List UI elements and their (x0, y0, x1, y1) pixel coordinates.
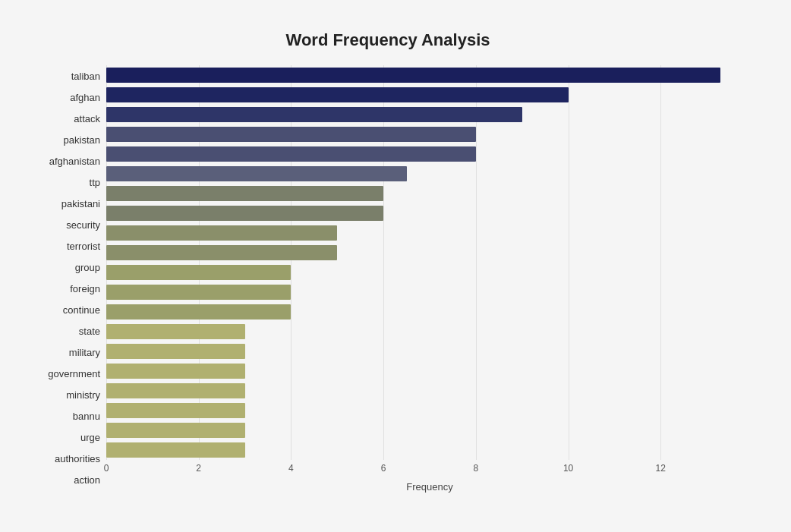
bar (106, 344, 245, 359)
y-label: government (48, 364, 100, 384)
y-label: taliban (71, 66, 100, 86)
bar (106, 166, 407, 181)
y-label: security (66, 215, 100, 235)
bar-row (106, 282, 753, 302)
bar-row (106, 420, 753, 440)
bar (106, 324, 245, 339)
y-label: bannu (73, 407, 100, 427)
bar-row (106, 361, 753, 381)
bar (106, 68, 720, 83)
y-label: group (75, 257, 100, 277)
y-label: urge (80, 428, 100, 448)
bar (106, 423, 245, 438)
bar-row (106, 223, 753, 243)
bar-row (106, 401, 753, 420)
bar (106, 186, 383, 201)
bar (106, 225, 337, 241)
y-label: ttp (90, 172, 100, 192)
x-tick: 0 (104, 463, 109, 474)
x-tick: 12 (656, 463, 666, 474)
y-label: attack (74, 109, 100, 128)
bar (106, 383, 245, 398)
y-label: afghanistan (49, 151, 100, 171)
y-label: foreign (70, 279, 100, 298)
y-label: terrorist (67, 236, 100, 256)
chart-title: Word Frequency Analysis (23, 30, 753, 50)
bar (106, 285, 291, 300)
bar-row (106, 302, 753, 322)
bar (106, 403, 245, 418)
bar-row (106, 144, 753, 164)
bar (106, 127, 476, 142)
x-tick: 4 (288, 463, 294, 474)
x-axis-label: Frequency (106, 481, 753, 493)
y-label: action (74, 471, 100, 490)
y-label: state (79, 322, 100, 342)
bar (106, 87, 569, 102)
bar-row (106, 243, 753, 263)
bar (106, 265, 291, 280)
x-axis: 024681012 (106, 463, 753, 478)
bar-row (106, 263, 753, 282)
x-tick: 6 (381, 463, 386, 474)
bar-row (106, 85, 753, 105)
x-tick: 8 (474, 463, 479, 474)
bar-row (106, 105, 753, 124)
y-label: afghan (70, 87, 100, 107)
bar-row (106, 164, 753, 184)
bar-row (106, 381, 753, 401)
bar-row (106, 65, 753, 85)
x-tick: 2 (196, 463, 201, 474)
bar (106, 146, 476, 162)
bars-wrapper (106, 65, 753, 460)
y-axis: talibanafghanattackpakistanafghanistantt… (23, 65, 106, 491)
bar (106, 206, 383, 221)
chart-area: talibanafghanattackpakistanafghanistantt… (23, 65, 753, 491)
y-label: ministry (66, 386, 100, 405)
y-label: authorities (55, 449, 100, 469)
plot-area: 024681012 Frequency (106, 65, 753, 491)
bar (106, 364, 245, 379)
bar-row (106, 440, 753, 460)
y-label: continue (63, 301, 100, 320)
y-label: pakistan (64, 130, 100, 150)
bar-row (106, 203, 753, 223)
bar-row (106, 342, 753, 361)
bar (106, 245, 337, 260)
y-label: military (69, 343, 100, 363)
x-tick: 10 (563, 463, 573, 474)
x-axis-bottom: 024681012 Frequency (106, 460, 753, 493)
bar (106, 107, 522, 122)
bar (106, 304, 291, 320)
y-label: pakistani (61, 194, 100, 213)
bar (106, 442, 245, 458)
bar-row (106, 184, 753, 203)
chart-container: Word Frequency Analysis talibanafghanatt… (15, 15, 776, 532)
bar-row (106, 124, 753, 144)
bar-row (106, 322, 753, 342)
